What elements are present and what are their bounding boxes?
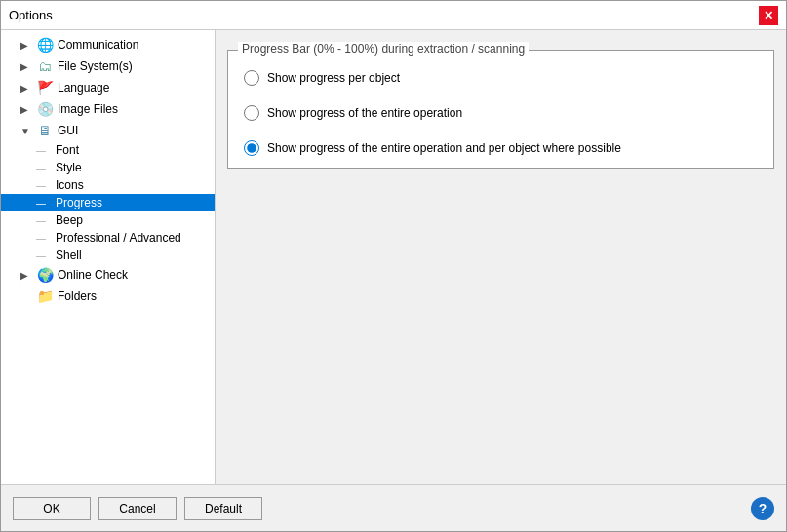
chevron-down-icon: ▼: [20, 126, 36, 136]
sidebar-item-label: Shell: [52, 248, 82, 262]
spacer: —: [36, 180, 52, 191]
chevron-icon: ▶: [20, 40, 36, 51]
sidebar-item-label: Image Files: [58, 102, 118, 116]
radio-group: Show progress per object Show progress o…: [244, 62, 758, 156]
communication-icon: 🌐: [36, 36, 54, 54]
spacer: —: [36, 198, 52, 209]
sidebar-item-folders[interactable]: 📁 Folders: [1, 285, 215, 307]
cancel-button[interactable]: Cancel: [98, 497, 177, 520]
imagefiles-icon: 💿: [36, 100, 54, 118]
radio-option-1[interactable]: Show progress per object: [244, 70, 758, 86]
spacer: —: [36, 145, 52, 156]
group-box-legend: Progress Bar (0% - 100%) during extracti…: [238, 42, 529, 56]
footer-buttons: OK Cancel Default: [13, 497, 262, 520]
radio-label-3: Show progress of the entire operation an…: [267, 141, 621, 155]
main-panel: Progress Bar (0% - 100%) during extracti…: [216, 30, 786, 484]
sidebar-item-icons[interactable]: — Icons: [1, 176, 215, 194]
options-window: Options ✕ ▶ 🌐 Communication ▶ 🗂 File Sys…: [0, 0, 787, 532]
chevron-icon: ▶: [20, 104, 36, 115]
filesystem-icon: 🗂: [36, 57, 54, 75]
sidebar-item-label: Progress: [52, 196, 102, 209]
radio-input-1[interactable]: [244, 70, 259, 86]
sidebar-item-label: Language: [58, 81, 109, 95]
sidebar-item-label: Professional / Advanced: [52, 231, 181, 245]
sidebar-item-language[interactable]: ▶ 🚩 Language: [1, 77, 215, 98]
sidebar-item-label: Icons: [52, 178, 84, 192]
spacer: [20, 291, 36, 302]
help-button[interactable]: ?: [751, 497, 774, 520]
language-icon: 🚩: [36, 79, 54, 96]
close-button[interactable]: ✕: [759, 6, 778, 25]
sidebar-item-filesystem[interactable]: ▶ 🗂 File System(s): [1, 56, 215, 77]
gui-icon: 🖥: [36, 122, 54, 139]
spacer: —: [36, 233, 52, 244]
spacer: —: [36, 215, 52, 226]
chevron-icon: ▶: [20, 61, 36, 72]
default-button[interactable]: Default: [184, 497, 262, 520]
sidebar-item-label: Folders: [58, 289, 97, 303]
content-area: ▶ 🌐 Communication ▶ 🗂 File System(s) ▶ 🚩…: [1, 30, 786, 484]
radio-option-2[interactable]: Show progress of the entire operation: [244, 105, 758, 121]
sidebar-item-label: File System(s): [58, 59, 133, 73]
sidebar-item-gui[interactable]: ▼ 🖥 GUI: [1, 120, 215, 141]
chevron-icon: ▶: [20, 83, 36, 94]
ok-button[interactable]: OK: [13, 497, 91, 520]
title-bar: Options ✕: [1, 1, 786, 30]
spacer: —: [36, 163, 52, 173]
sidebar-item-onlinecheck[interactable]: ▶ 🌍 Online Check: [1, 264, 215, 285]
online-icon: 🌍: [36, 266, 54, 284]
sidebar-item-label: Communication: [58, 38, 138, 52]
footer: OK Cancel Default ?: [1, 484, 786, 531]
sidebar-item-shell[interactable]: — Shell: [1, 247, 215, 264]
sidebar-item-label: Online Check: [58, 268, 128, 282]
sidebar: ▶ 🌐 Communication ▶ 🗂 File System(s) ▶ 🚩…: [1, 30, 216, 484]
progress-group: Progress Bar (0% - 100%) during extracti…: [227, 50, 774, 169]
sidebar-item-font[interactable]: — Font: [1, 141, 215, 159]
window-title: Options: [9, 8, 53, 22]
sidebar-item-professional[interactable]: — Professional / Advanced: [1, 229, 215, 247]
sidebar-item-imagefiles[interactable]: ▶ 💿 Image Files: [1, 98, 215, 120]
sidebar-item-label: GUI: [58, 124, 78, 137]
chevron-icon: ▶: [20, 270, 36, 281]
radio-option-3[interactable]: Show progress of the entire operation an…: [244, 140, 758, 156]
spacer: —: [36, 250, 52, 261]
sidebar-item-beep[interactable]: — Beep: [1, 211, 215, 229]
sidebar-item-label: Style: [52, 161, 82, 174]
sidebar-item-label: Beep: [52, 213, 83, 227]
sidebar-item-progress[interactable]: — Progress: [1, 194, 215, 211]
sidebar-item-communication[interactable]: ▶ 🌐 Communication: [1, 34, 215, 56]
sidebar-item-label: Font: [52, 143, 79, 157]
folder-icon: 📁: [36, 287, 54, 305]
radio-label-2: Show progress of the entire operation: [267, 106, 462, 120]
radio-label-1: Show progress per object: [267, 71, 400, 85]
sidebar-item-style[interactable]: — Style: [1, 159, 215, 176]
radio-input-2[interactable]: [244, 105, 259, 121]
radio-input-3[interactable]: [244, 140, 259, 156]
